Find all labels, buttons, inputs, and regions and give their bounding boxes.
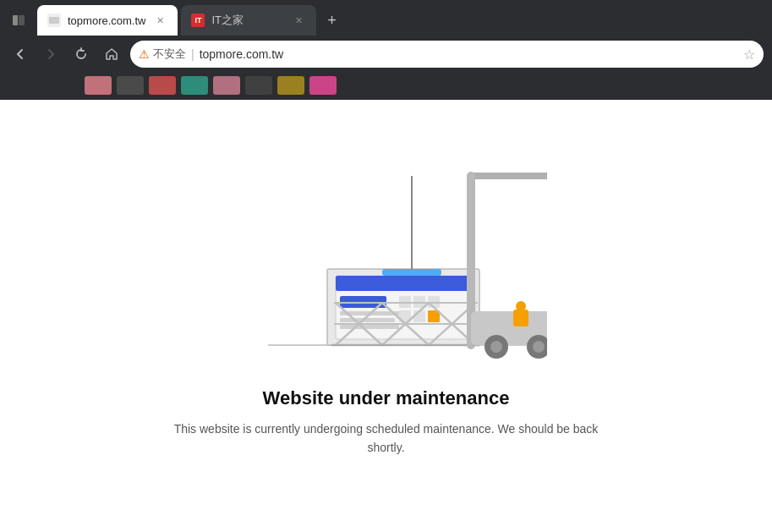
maintenance-illustration <box>226 134 547 370</box>
svg-point-39 <box>533 341 545 353</box>
svg-point-43 <box>516 301 526 311</box>
tab-topmore-favicon <box>47 14 61 27</box>
svg-rect-1 <box>19 15 25 25</box>
tab-topmore-close[interactable]: ✕ <box>152 13 167 28</box>
security-label: 不安全 <box>153 47 186 62</box>
tab-it-title: IT之家 <box>211 13 284 28</box>
svg-rect-42 <box>513 310 528 326</box>
bookmark-star-icon[interactable]: ☆ <box>743 47 755 63</box>
address-url: topmore.com.tw <box>200 47 284 61</box>
address-divider: | <box>191 47 194 61</box>
svg-rect-0 <box>13 15 18 25</box>
svg-rect-3 <box>49 17 59 24</box>
tab-it[interactable]: IT IT之家 ✕ <box>181 5 316 36</box>
back-button[interactable] <box>8 42 32 66</box>
address-bar[interactable]: ⚠ 不安全 | topmore.com.tw ☆ <box>130 41 764 68</box>
security-warning: ⚠ 不安全 <box>139 47 186 62</box>
tab-topmore-title: topmore.com.tw <box>68 14 145 27</box>
sidebar-button[interactable] <box>7 8 30 32</box>
bookmark-swatch-1[interactable] <box>85 76 112 95</box>
address-bar-row: ⚠ 不安全 | topmore.com.tw ☆ <box>0 36 772 73</box>
forward-button[interactable] <box>39 42 63 66</box>
refresh-button[interactable] <box>69 42 93 66</box>
bookmark-swatch-4[interactable] <box>181 76 208 95</box>
maintenance-heading: Website under maintenance <box>263 387 510 409</box>
bookmark-swatch-2[interactable] <box>117 76 144 95</box>
bookmark-swatch-7[interactable] <box>277 76 304 95</box>
bookmark-swatch-3[interactable] <box>149 76 176 95</box>
svg-rect-10 <box>340 318 395 322</box>
tab-bar: topmore.com.tw ✕ IT IT之家 ✕ + <box>0 0 772 36</box>
warning-icon: ⚠ <box>139 47 150 61</box>
bookmark-swatch-5[interactable] <box>213 76 240 95</box>
bookmark-swatch-8[interactable] <box>309 76 337 95</box>
bookmarks-bar <box>0 73 772 100</box>
tab-topmore[interactable]: topmore.com.tw ✕ <box>37 5 178 36</box>
home-button[interactable] <box>100 42 123 66</box>
svg-point-37 <box>490 341 502 353</box>
new-tab-button[interactable]: + <box>320 8 343 32</box>
browser-chrome: topmore.com.tw ✕ IT IT之家 ✕ + <box>0 0 772 100</box>
page-content: Website under maintenance This website i… <box>0 100 772 532</box>
maintenance-subtext: This website is currently undergoing sch… <box>167 420 606 458</box>
bookmark-swatch-6[interactable] <box>245 76 272 95</box>
svg-rect-11 <box>340 325 399 329</box>
tab-it-favicon: IT <box>191 14 205 27</box>
svg-rect-7 <box>336 276 471 291</box>
svg-rect-31 <box>382 269 441 276</box>
tab-it-close[interactable]: ✕ <box>291 13 306 28</box>
